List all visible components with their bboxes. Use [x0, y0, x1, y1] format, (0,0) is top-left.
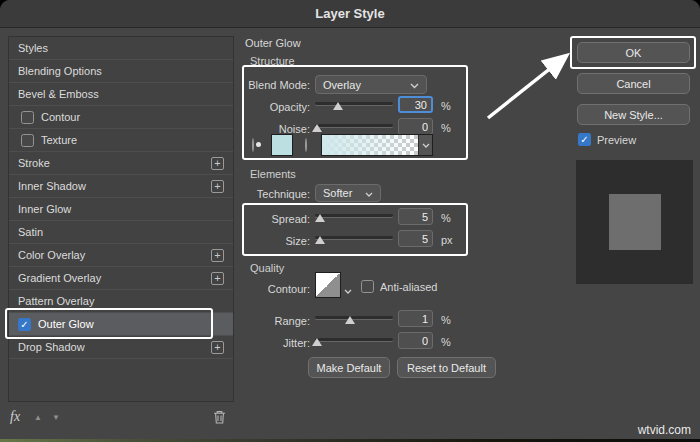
range-unit: % — [441, 314, 451, 326]
range-slider[interactable] — [315, 311, 393, 324]
slider-thumb[interactable] — [315, 236, 325, 244]
size-label: Size: — [230, 235, 310, 247]
add-effect-icon[interactable]: + — [211, 157, 224, 170]
opacity-label: Opacity: — [230, 101, 310, 113]
noise-slider[interactable] — [315, 119, 393, 132]
sidebar-item-contour[interactable]: Contour — [9, 106, 233, 129]
layer-style-dialog: Layer Style Styles Blending Options Beve… — [0, 0, 700, 442]
sidebar-item-texture[interactable]: Texture — [9, 129, 233, 152]
add-effect-icon[interactable]: + — [211, 341, 224, 354]
sidebar-item-gradient-overlay[interactable]: Gradient Overlay + — [9, 267, 233, 290]
spread-label: Spread: — [230, 213, 310, 225]
sidebar-item-stroke[interactable]: Stroke + — [9, 152, 233, 175]
sidebar-item-label: Outer Glow — [38, 318, 94, 330]
sidebar-item-drop-shadow[interactable]: Drop Shadow + — [9, 336, 233, 359]
chevron-down-icon[interactable] — [418, 135, 432, 155]
new-style-button[interactable]: New Style... — [577, 104, 690, 125]
delete-effect-button[interactable] — [213, 410, 226, 424]
antialiased-checkbox[interactable] — [361, 280, 374, 293]
spread-input[interactable] — [398, 208, 433, 225]
jitter-label: Jitter: — [230, 337, 310, 349]
technique-select[interactable]: Softer — [315, 184, 381, 202]
jitter-slider[interactable] — [315, 333, 393, 346]
preview-checkbox[interactable]: ✓ — [578, 133, 591, 146]
opacity-slider[interactable] — [315, 97, 393, 110]
slider-track — [315, 102, 393, 105]
annotation-arrow — [480, 42, 580, 126]
preview-shape — [609, 194, 661, 250]
slider-track — [315, 124, 393, 127]
add-effect-icon[interactable]: + — [211, 272, 224, 285]
add-effect-icon[interactable]: + — [211, 249, 224, 262]
reset-to-default-button[interactable]: Reset to Default — [397, 357, 496, 378]
sidebar-item-label: Stroke — [18, 157, 50, 169]
sidebar-item-label: Bevel & Emboss — [18, 88, 99, 100]
sidebar-item-outer-glow[interactable]: ✓ Outer Glow — [9, 313, 233, 336]
technique-value: Softer — [323, 187, 352, 199]
jitter-input[interactable] — [398, 332, 433, 349]
slider-thumb[interactable] — [312, 124, 322, 132]
slider-thumb[interactable] — [315, 214, 325, 222]
slider-thumb[interactable] — [333, 102, 343, 110]
trash-icon — [213, 410, 226, 424]
sidebar-item-blending-options[interactable]: Blending Options — [9, 60, 233, 83]
make-default-button[interactable]: Make Default — [308, 357, 390, 378]
glow-gradient-radio[interactable] — [305, 138, 307, 152]
slider-track — [315, 338, 393, 341]
add-effect-icon[interactable]: + — [211, 180, 224, 193]
sidebar-item-satin[interactable]: Satin — [9, 221, 233, 244]
size-slider[interactable] — [315, 231, 393, 244]
structure-heading: Structure — [250, 55, 295, 67]
size-input[interactable] — [398, 230, 433, 247]
sidebar-item-label: Blending Options — [18, 65, 102, 77]
preview-thumbnail — [576, 160, 693, 284]
sidebar-item-styles[interactable]: Styles — [9, 37, 233, 60]
chevron-down-icon — [365, 187, 373, 199]
sidebar-item-label: Color Overlay — [18, 249, 85, 261]
elements-heading: Elements — [250, 168, 296, 180]
dialog-titlebar[interactable]: Layer Style — [0, 0, 700, 28]
glow-color-radio[interactable] — [252, 138, 254, 152]
noise-input[interactable] — [398, 118, 433, 135]
fx-icon[interactable]: fx — [10, 409, 20, 425]
dialog-title: Layer Style — [315, 6, 384, 21]
slider-track — [315, 236, 393, 239]
slider-thumb[interactable] — [345, 316, 355, 324]
gradient-swatch[interactable] — [322, 135, 418, 155]
sidebar-item-label: Texture — [41, 134, 77, 146]
sidebar-item-label: Drop Shadow — [18, 341, 85, 353]
sidebar-item-pattern-overlay[interactable]: Pattern Overlay — [9, 290, 233, 313]
slider-track — [315, 214, 393, 217]
sidebar-item-label: Contour — [41, 111, 80, 123]
slider-thumb[interactable] — [312, 338, 322, 346]
size-unit: px — [441, 234, 453, 246]
jitter-unit: % — [441, 336, 451, 348]
styles-list: Styles Blending Options Bevel & Emboss C… — [8, 36, 234, 402]
sidebar-item-inner-glow[interactable]: Inner Glow — [9, 198, 233, 221]
sidebar-item-bevel-emboss[interactable]: Bevel & Emboss — [9, 83, 233, 106]
move-up-icon[interactable]: ▲ — [34, 413, 42, 422]
spread-slider[interactable] — [315, 209, 393, 222]
ok-button[interactable]: OK — [577, 42, 690, 63]
checkbox-unchecked-icon[interactable] — [21, 111, 34, 124]
sidebar-item-inner-shadow[interactable]: Inner Shadow + — [9, 175, 233, 198]
blend-mode-select[interactable]: Overlay — [315, 75, 427, 94]
contour-picker[interactable] — [315, 272, 341, 298]
checkbox-unchecked-icon[interactable] — [21, 134, 34, 147]
sidebar-item-color-overlay[interactable]: Color Overlay + — [9, 244, 233, 267]
spread-unit: % — [441, 212, 451, 224]
opacity-input[interactable] — [398, 96, 433, 113]
cancel-button[interactable]: Cancel — [577, 73, 690, 94]
blend-mode-label: Blend Mode: — [230, 79, 310, 91]
range-input[interactable] — [398, 310, 433, 327]
chevron-down-icon — [410, 79, 419, 91]
range-label: Range: — [230, 315, 310, 327]
glow-color-swatch[interactable] — [271, 134, 293, 156]
move-down-icon[interactable]: ▼ — [52, 413, 60, 422]
sidebar-item-label: Inner Glow — [18, 203, 71, 215]
glow-gradient-picker[interactable] — [321, 134, 433, 156]
contour-label: Contour: — [230, 283, 310, 295]
screenshot-stage: Layer Style Styles Blending Options Beve… — [0, 0, 700, 442]
checkbox-checked-icon[interactable]: ✓ — [18, 318, 31, 331]
chevron-down-icon[interactable] — [344, 284, 352, 296]
